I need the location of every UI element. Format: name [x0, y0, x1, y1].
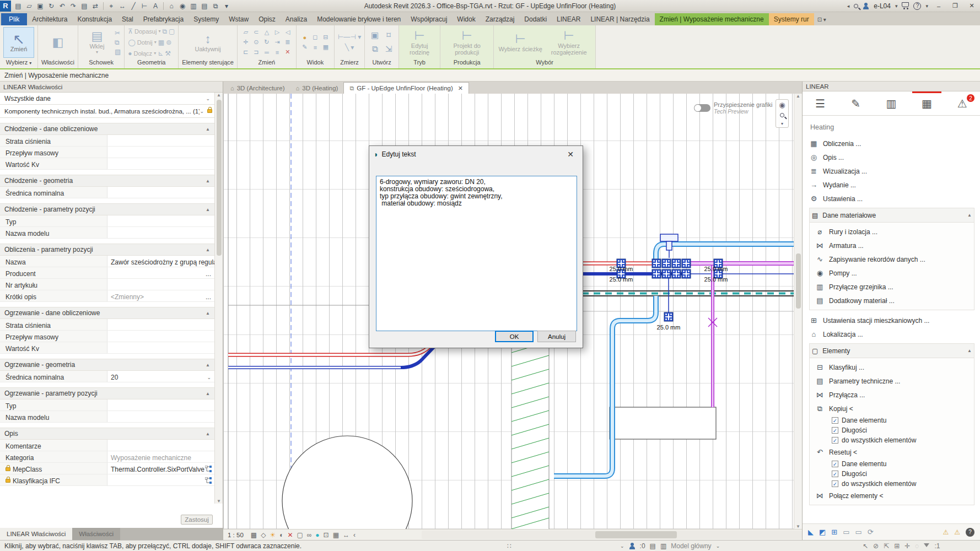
ribbon-tab-12[interactable]: Zarządzaj — [481, 13, 520, 25]
linear-tab-calculator[interactable]: ▦ — [909, 91, 944, 115]
paste-button[interactable]: ▤Wklej▾ — [82, 27, 112, 58]
ref-plane-icon[interactable]: ⊢ — [139, 1, 149, 11]
linear-item[interactable]: ⋈ Połącz elementy < — [815, 489, 974, 503]
window-switch-icon[interactable]: ⧉ — [211, 1, 220, 11]
graphics-acceleration-toggle[interactable]: Przyspieszenie grafiki Tech Preview — [694, 101, 772, 115]
section-header[interactable]: Obliczenia - parametry pozycji▲ — [0, 244, 214, 256]
account-icon[interactable] — [863, 3, 869, 9]
constraints-icon[interactable]: ↔ — [343, 531, 349, 539]
customize-icon[interactable]: ▾ — [222, 1, 231, 11]
warning-error-icon[interactable]: ⚠ — [954, 528, 960, 536]
linear-checkbox-item[interactable]: ✓ Dane elementu — [832, 415, 974, 425]
select-pinned-icon[interactable]: ⇱ — [884, 542, 889, 550]
ribbon-button-uaktywnij[interactable]: ↕Uaktywnij — [191, 27, 225, 58]
sync-icon[interactable]: ↻ — [46, 1, 56, 11]
geometry-item-2[interactable]: ●Dołącz▾⊾⚒ — [128, 49, 175, 58]
classification-tree-icon[interactable] — [205, 477, 213, 484]
geometry-item-1[interactable]: ◯Dotnij▾▦⊚ — [128, 38, 175, 47]
scroll-down-icon[interactable]: ▼ — [796, 524, 800, 529]
ribbon-tab-3[interactable]: Stal — [117, 13, 138, 25]
checkbox-checked-icon[interactable]: ✓ — [832, 417, 838, 424]
select-links-icon[interactable]: ↖ — [863, 542, 868, 550]
canvas-vertical-scrollbar[interactable]: ▲ ▼ — [794, 94, 802, 529]
selection-dropdown[interactable]: Komponenty technicznych instal. bud., Ar… — [0, 105, 214, 118]
collapse-icon[interactable]: ▲ — [206, 207, 210, 212]
reveal-hidden-icon[interactable]: ∞ — [307, 531, 312, 539]
section-header[interactable]: Ogrzewanie - parametry pozycji▲ — [0, 387, 214, 399]
property-value[interactable] — [107, 215, 214, 226]
apply-button[interactable]: Zastosuj — [181, 515, 213, 525]
scrollbar-thumb[interactable] — [796, 253, 801, 309]
linear-group-header[interactable]: ▢ Elementy ▲ — [809, 343, 974, 358]
ribbon-tab-4[interactable]: Prefabrykacja — [138, 13, 189, 25]
view-tab-1[interactable]: ⌂ 3D (Heating) — [290, 82, 344, 94]
collapse-icon[interactable]: ▲ — [206, 127, 210, 132]
navbar-dropdown-icon[interactable]: ▾ — [781, 121, 783, 126]
ribbon-panel-label[interactable]: Zmierz — [335, 59, 364, 68]
linear-item[interactable]: ⚙ Ustawienia ... — [809, 192, 974, 206]
modify-tool-icon-4[interactable]: ◁ — [283, 28, 293, 37]
modify-tool-icon-0[interactable]: ▱ — [241, 28, 251, 37]
pin-tool-icon[interactable]: ◩ — [819, 528, 826, 536]
scrollbar-thumb[interactable] — [217, 100, 222, 256]
transfer-icon[interactable]: ⇄ — [90, 1, 100, 11]
grid-tool-icon[interactable]: ⊞ — [831, 528, 837, 536]
displace-elements-icon[interactable]: ▦ — [333, 531, 339, 539]
help-icon[interactable]: ? — [966, 528, 974, 537]
measure-line-icon[interactable]: ╲ ▾ — [345, 44, 354, 51]
ribbon-panel-label[interactable]: Geometria — [125, 59, 178, 68]
property-value[interactable] — [107, 440, 214, 451]
linear-tab-warnings[interactable]: ⚠ 2 — [945, 91, 980, 115]
collapse-icon[interactable]: ▲ — [206, 247, 210, 252]
signed-in-user[interactable]: e-L04 — [874, 2, 891, 10]
create-tool-icon-3[interactable]: ⇲ — [382, 42, 395, 56]
linear-tab-edit[interactable]: ✎ — [838, 91, 873, 115]
linear-group-header[interactable]: ▤ Dane materiałowe ▲ — [809, 208, 974, 222]
linear-item[interactable]: ▥ Przyłącze grzejnika ... — [815, 280, 974, 294]
delete-view-icon[interactable]: ▭ — [855, 528, 862, 536]
view-tool-icon-0[interactable]: ● — [300, 33, 310, 42]
property-value[interactable] — [107, 279, 214, 290]
worksharing-display-icon[interactable]: ⊡ — [324, 531, 329, 539]
checkbox-checked-icon[interactable]: ✓ — [832, 480, 838, 487]
home-icon[interactable]: ⌂ — [166, 1, 176, 11]
modify-tool-icon-14[interactable]: ✕ — [283, 47, 293, 57]
section-header[interactable]: Ogrzewanie - geometria▲ — [0, 359, 214, 371]
ribbon-panel-label[interactable]: Schowek — [78, 59, 124, 68]
collapse-icon[interactable]: ▲ — [206, 391, 210, 396]
chevron-down-icon[interactable]: ⌄ — [620, 543, 624, 549]
restore-button[interactable]: ❐ — [949, 2, 961, 9]
revit-logo[interactable]: R — [0, 1, 11, 12]
sun-path-icon[interactable]: ☀ — [270, 531, 276, 539]
modify-tool-icon-8[interactable]: ⇥ — [272, 37, 282, 47]
design-option-value[interactable]: Model główny — [671, 542, 711, 550]
cut-icon[interactable]: ✂ — [115, 29, 121, 37]
ribbon-panel-label[interactable]: Elementy sterujące — [179, 59, 237, 68]
collapse-icon[interactable]: ▲ — [206, 363, 210, 368]
linear-tab-menu[interactable]: ☰ — [803, 91, 838, 115]
ribbon-tab-7[interactable]: Opisz — [254, 13, 281, 25]
linear-item[interactable]: ⋈ Armatura ... — [815, 239, 974, 252]
ribbon-button-wybierz-rozga-zienie[interactable]: ⊢Wybierz rozgałęzienie — [546, 27, 592, 58]
checkbox-checked-icon[interactable]: ✓ — [832, 471, 838, 477]
navigation-wheel-icon[interactable]: ◉ — [779, 101, 785, 109]
select-underlay-icon[interactable]: ⊘ — [873, 542, 879, 550]
modify-tool-icon-13[interactable]: ≡ — [272, 47, 282, 57]
ribbon-tab-17[interactable]: Systemy rur — [769, 13, 814, 25]
ribbon-panel-label[interactable]: Widok — [297, 59, 334, 68]
section-header[interactable]: Chłodzenie - parametry pozycji▲ — [0, 203, 214, 215]
drag-elements-icon[interactable]: ✛ — [904, 542, 910, 550]
property-value[interactable]: <Zmienny> ... — [107, 290, 214, 301]
view-scale[interactable]: 1 : 50 — [228, 532, 244, 538]
help-dropdown-icon[interactable]: ▾ — [925, 3, 928, 9]
file-tabs-icon[interactable]: ▤ — [13, 1, 23, 11]
properties-scrollbar[interactable]: ▲ ▼ — [214, 93, 223, 504]
property-value[interactable] — [107, 319, 214, 330]
collapse-icon[interactable]: ‹ — [353, 531, 356, 539]
ribbon-tab-8[interactable]: Analiza — [281, 13, 312, 25]
modify-tool-icon-6[interactable]: ⊙ — [251, 37, 261, 47]
view-tool-icon-3[interactable]: ✎ — [300, 42, 310, 52]
print-icon[interactable]: ▤ — [79, 1, 89, 11]
filter-icon[interactable] — [924, 543, 929, 547]
browse-button[interactable]: ... — [206, 293, 213, 301]
